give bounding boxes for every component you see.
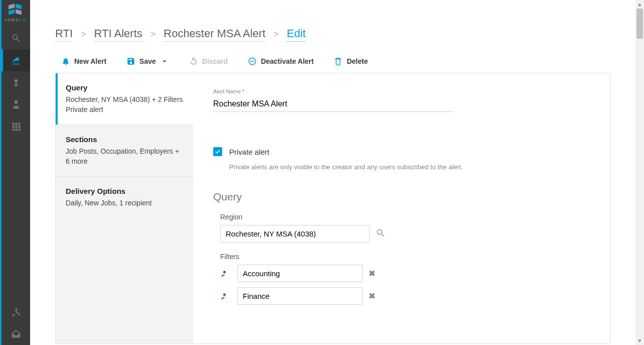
filter-type-icon: [220, 269, 231, 279]
crumb-sep: >: [81, 29, 86, 40]
filter-row: ✖: [220, 265, 595, 282]
crumb-sep: >: [150, 29, 156, 40]
side-card-sub: Job Posts, Occupation, Employers + 6 mor…: [66, 147, 183, 166]
crumb-sep: >: [273, 29, 279, 40]
filter-type-icon: [220, 291, 231, 301]
side-card-title: Delivery Options: [66, 187, 183, 195]
trash-icon: [334, 57, 343, 66]
filters-label: Filters: [220, 253, 595, 261]
side-card-sub: Private alert: [66, 105, 183, 115]
side-card-sub: Daily, New Jobs, 1 recipient: [66, 198, 183, 208]
edit-panel: Query Rochester, NY MSA (4038) + 2 Filte…: [55, 73, 610, 344]
deactivate-label: Deactivate Alert: [261, 57, 313, 65]
side-card-sub: Rochester, NY MSA (4038) + 2 Filters: [66, 95, 183, 105]
filter-remove-button[interactable]: ✖: [369, 269, 375, 278]
crumb-edit[interactable]: Edit: [287, 27, 306, 42]
deactivate-button[interactable]: Deactivate Alert: [248, 57, 313, 66]
crumb-rti-alerts[interactable]: RTI Alerts: [94, 27, 142, 42]
rail-mail[interactable]: [2, 323, 30, 345]
rail-search[interactable]: [2, 27, 30, 49]
scrollbar[interactable]: ▲ ▼: [635, 0, 644, 345]
rail-person[interactable]: [2, 93, 30, 116]
region-label: Region: [220, 213, 595, 221]
alert-name-label: Alert Name *: [213, 88, 595, 94]
save-button[interactable]: Save: [126, 57, 169, 66]
side-card-title: Sections: [66, 135, 183, 144]
private-alert-checkbox[interactable]: [213, 147, 222, 156]
scroll-down-icon[interactable]: ▼: [635, 336, 644, 345]
save-icon: [126, 57, 135, 66]
crumb-rti[interactable]: RTI: [55, 27, 73, 42]
side-card-query[interactable]: Query Rochester, NY MSA (4038) + 2 Filte…: [56, 73, 193, 125]
crumb-alert[interactable]: Rochester MSA Alert: [164, 27, 265, 42]
alert-name-input[interactable]: [213, 98, 454, 112]
bell-icon: [61, 57, 70, 66]
region-search-icon[interactable]: [376, 228, 386, 240]
nav-rail: JOBSEQ: [2, 0, 30, 345]
private-alert-label: Private alert: [229, 148, 269, 156]
private-alert-help: Private alerts are only visible to the c…: [229, 163, 595, 171]
filter-row: ✖: [220, 287, 595, 305]
panel-side-col: Query Rochester, NY MSA (4038) + 2 Filte…: [56, 73, 193, 343]
region-input[interactable]: [220, 225, 370, 243]
rail-grid[interactable]: [2, 116, 30, 138]
filter-input[interactable]: [237, 287, 363, 305]
new-alert-button[interactable]: New Alert: [61, 57, 106, 66]
check-icon: [215, 149, 221, 155]
undo-icon: [189, 57, 198, 66]
chevron-down-icon: [160, 57, 169, 66]
breadcrumb: RTI > RTI Alerts > Rochester MSA Alert >…: [55, 27, 610, 42]
rail-factory[interactable]: [2, 49, 30, 71]
side-card-title: Query: [66, 83, 183, 92]
deactivate-icon: [248, 57, 257, 66]
delete-label: Delete: [347, 57, 368, 65]
rail-badge[interactable]: [2, 71, 30, 93]
side-card-delivery[interactable]: Delivery Options Daily, New Jobs, 1 reci…: [56, 177, 193, 218]
filter-remove-button[interactable]: ✖: [369, 291, 375, 301]
scrollbar-thumb[interactable]: [636, 9, 643, 39]
rail-tools[interactable]: [2, 301, 30, 323]
delete-button[interactable]: Delete: [334, 57, 368, 66]
discard-button[interactable]: Discard: [189, 57, 228, 66]
app-logo: JOBSEQ: [6, 3, 26, 23]
filter-input[interactable]: [237, 265, 363, 282]
search-icon: [376, 228, 386, 238]
discard-label: Discard: [202, 57, 228, 65]
side-card-sections[interactable]: Sections Job Posts, Occupation, Employer…: [56, 125, 193, 177]
new-alert-label: New Alert: [74, 57, 106, 65]
panel-form-col: Alert Name * Private alert Private alert…: [193, 73, 610, 343]
save-label: Save: [139, 57, 156, 65]
query-heading: Query: [213, 191, 595, 203]
scroll-up-icon[interactable]: ▲: [635, 0, 644, 9]
action-bar: New Alert Save Discard Deactivate Alert: [55, 57, 610, 66]
